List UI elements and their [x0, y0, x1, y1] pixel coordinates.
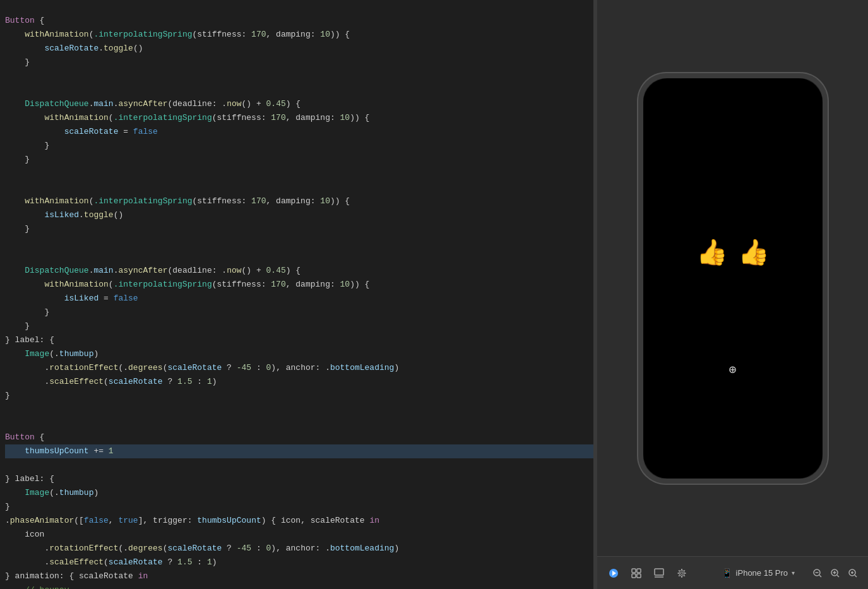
code-line-30: Image(.thumbup) — [5, 488, 98, 497]
code-line-17: withAnimation(.interpolatingSpring(stiff… — [5, 280, 369, 289]
iphone-area: 👍 👍 ⊕ — [597, 0, 868, 556]
code-line-3: scaleRotate.toggle() — [5, 44, 143, 53]
code-line-7: withAnimation(.interpolatingSpring(stiff… — [5, 113, 369, 122]
svg-point-8 — [681, 572, 683, 574]
code-line-16: DispatchQueue.main.asyncAfter(deadline: … — [5, 266, 300, 275]
code-line-21: } label: { — [5, 335, 54, 345]
code-line-36: } animation: { scaleRotate in — [5, 571, 148, 581]
zoom-out-button[interactable] — [810, 566, 825, 581]
svg-rect-5 — [637, 574, 641, 578]
code-line-8: scaleRotate = false — [5, 127, 158, 136]
code-editor[interactable]: Button { withAnimation(.interpolatingSpr… — [0, 0, 593, 589]
svg-line-15 — [837, 575, 839, 577]
zoom-in-button[interactable] — [828, 566, 843, 581]
zoom-fit-button[interactable] — [845, 566, 860, 581]
code-line-24: .scaleEffect(scaleRotate ? 1.5 : 1) — [5, 377, 217, 386]
device-name-label: iPhone 15 Pro — [736, 568, 788, 578]
code-line-31: } — [5, 502, 10, 511]
svg-rect-2 — [632, 569, 636, 573]
code-content: Button { withAnimation(.interpolatingSpr… — [0, 0, 593, 589]
code-line-22: Image(.thumbup) — [5, 349, 98, 359]
settings-button[interactable] — [673, 564, 691, 582]
code-line-32: .phaseAnimator([false, true], trigger: t… — [5, 516, 379, 525]
code-line-34: .rotationEffect(.degrees(scaleRotate ? -… — [5, 544, 399, 553]
code-line-35: .scaleEffect(scaleRotate ? 1.5 : 1) — [5, 557, 217, 567]
zoom-controls — [810, 566, 860, 581]
svg-line-11 — [819, 575, 821, 577]
thumb-emoji-1: 👍 — [696, 237, 728, 268]
phone-icon: 📱 — [722, 568, 732, 578]
device-selector[interactable]: 📱 iPhone 15 Pro ▾ — [716, 566, 800, 581]
preview-panel: 👍 👍 ⊕ 📱 iPhone 15 Pro — [597, 0, 868, 589]
code-line-12: withAnimation(.interpolatingSpring(stiff… — [5, 196, 350, 206]
code-line-23: .rotationEffect(.degrees(scaleRotate ? -… — [5, 363, 399, 372]
code-line-10: } — [5, 155, 30, 164]
thumbs-container: 👍 👍 — [696, 237, 770, 268]
code-line-2: withAnimation(.interpolatingSpring(stiff… — [5, 30, 350, 39]
iphone-screen: 👍 👍 ⊕ — [643, 78, 823, 479]
code-line-37: //.bouncy — [5, 585, 69, 589]
code-line-13: isLiked.toggle() — [5, 210, 123, 220]
code-line-4: } — [5, 57, 30, 67]
code-line-27: Button { — [5, 432, 44, 442]
code-line-28: thumbsUpCount += 1 — [5, 444, 593, 458]
code-line-1: Button { — [5, 16, 44, 25]
code-line-20: } — [5, 321, 30, 331]
dynamic-island — [705, 87, 761, 101]
code-line-9: } — [5, 141, 49, 150]
code-line-25: } — [5, 391, 10, 400]
code-line-29: } label: { — [5, 474, 54, 484]
inspect-toggle[interactable] — [627, 564, 645, 582]
code-line-19: } — [5, 307, 49, 317]
svg-rect-3 — [637, 569, 641, 573]
code-line-14: } — [5, 224, 30, 234]
crosshair-icon[interactable]: ⊕ — [728, 362, 736, 378]
iphone-frame: 👍 👍 ⊕ — [638, 73, 828, 484]
code-line-6: DispatchQueue.main.asyncAfter(deadline: … — [5, 99, 300, 109]
code-line-18: isLiked = false — [5, 294, 138, 303]
bottom-toolbar: 📱 iPhone 15 Pro ▾ — [597, 556, 868, 589]
grid-view-button[interactable] — [650, 564, 668, 582]
run-button[interactable] — [605, 564, 622, 582]
svg-line-17 — [855, 575, 857, 577]
svg-rect-4 — [632, 574, 636, 578]
chevron-down-icon: ▾ — [792, 569, 795, 576]
svg-rect-6 — [655, 569, 663, 575]
code-line-33: icon — [5, 530, 44, 539]
thumb-emoji-2: 👍 — [738, 237, 770, 268]
